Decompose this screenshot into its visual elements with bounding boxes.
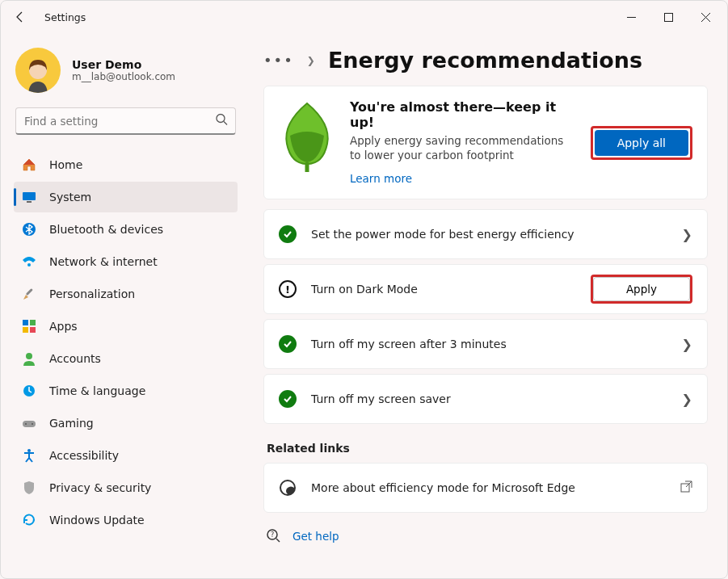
highlight-box: Apply all xyxy=(591,126,692,160)
svg-rect-11 xyxy=(30,327,36,333)
main-content: ••• ❯ Energy recommendations You're almo… xyxy=(247,33,727,578)
app-title: Settings xyxy=(44,11,86,23)
sidebar-item-label: Windows Update xyxy=(49,514,145,527)
svg-point-17 xyxy=(27,449,31,452)
svg-point-15 xyxy=(25,423,27,425)
close-button[interactable] xyxy=(687,4,724,30)
shield-icon xyxy=(22,480,36,495)
related-link-row[interactable]: More about efficiency mode for Microsoft… xyxy=(263,463,708,513)
leaf-icon xyxy=(279,99,335,172)
svg-point-2 xyxy=(217,115,225,123)
sidebar-item-label: Gaming xyxy=(49,417,94,430)
sidebar-item-personalization[interactable]: Personalization xyxy=(14,279,238,309)
breadcrumb-overflow-button[interactable]: ••• xyxy=(263,52,294,69)
sidebar-item-label: Bluetooth & devices xyxy=(49,223,163,236)
sidebar-item-privacy[interactable]: Privacy & security xyxy=(14,472,238,503)
recommendation-label: Turn off my screen after 3 minutes xyxy=(311,338,667,350)
recommendation-label: Set the power mode for best energy effic… xyxy=(311,228,667,241)
apps-icon xyxy=(22,319,36,334)
svg-point-6 xyxy=(27,263,31,266)
svg-rect-3 xyxy=(23,192,36,200)
profile[interactable]: User Demo m__lab@outlook.com xyxy=(15,48,236,93)
recommendation-row[interactable]: Turn off my screen saver ❯ xyxy=(263,374,708,424)
svg-rect-14 xyxy=(23,421,36,427)
check-icon xyxy=(279,335,297,353)
apply-all-button[interactable]: Apply all xyxy=(595,130,688,156)
svg-rect-7 xyxy=(26,288,33,296)
svg-rect-9 xyxy=(30,320,36,325)
svg-point-16 xyxy=(32,423,33,425)
paintbrush-icon xyxy=(22,287,36,301)
person-icon xyxy=(22,351,36,366)
alert-icon: ! xyxy=(279,280,297,298)
house-icon xyxy=(22,157,36,172)
svg-rect-4 xyxy=(27,201,32,203)
svg-text:?: ? xyxy=(271,531,274,539)
sidebar-item-accounts[interactable]: Accounts xyxy=(14,343,238,374)
sidebar-item-bluetooth[interactable]: Bluetooth & devices xyxy=(14,214,238,245)
update-icon xyxy=(22,513,36,527)
sidebar-item-accessibility[interactable]: Accessibility xyxy=(14,440,238,471)
recommendation-row[interactable]: Set the power mode for best energy effic… xyxy=(263,209,708,259)
minimize-button[interactable] xyxy=(612,4,650,30)
sidebar-item-label: Privacy & security xyxy=(49,481,151,494)
breadcrumb: ••• ❯ Energy recommendations xyxy=(263,48,708,73)
sidebar-item-apps[interactable]: Apps xyxy=(14,311,238,342)
get-help-row[interactable]: ? Get help xyxy=(267,529,708,543)
globe-clock-icon xyxy=(22,384,36,398)
check-icon xyxy=(279,225,297,243)
maximize-button[interactable] xyxy=(650,4,687,30)
chevron-right-icon: ❯ xyxy=(682,227,692,242)
svg-point-12 xyxy=(26,353,32,359)
titlebar: Settings xyxy=(1,1,727,33)
sidebar-item-label: Accessibility xyxy=(49,449,119,462)
hero-card: You're almost there—keep it up! Apply en… xyxy=(263,86,708,199)
sidebar-item-gaming[interactable]: Gaming xyxy=(14,408,238,438)
nav-list: Home System Bluetooth & devices Network … xyxy=(14,149,238,535)
get-help-link[interactable]: Get help xyxy=(292,530,339,543)
page-title: Energy recommendations xyxy=(328,48,642,73)
chevron-right-icon: ❯ xyxy=(682,392,692,407)
avatar xyxy=(15,48,61,93)
svg-rect-10 xyxy=(23,327,28,333)
recommendation-row[interactable]: ! Turn on Dark Mode Apply xyxy=(263,264,708,314)
sidebar-item-system[interactable]: System xyxy=(14,182,238,212)
wifi-icon xyxy=(22,254,36,269)
related-link-label: More about efficiency mode for Microsoft… xyxy=(311,481,666,494)
search-input[interactable] xyxy=(15,107,236,135)
user-email: m__lab@outlook.com xyxy=(72,71,175,82)
user-name: User Demo xyxy=(72,58,175,71)
sidebar-item-label: System xyxy=(49,191,91,203)
sidebar-item-network[interactable]: Network & internet xyxy=(14,246,238,277)
sidebar-item-label: Network & internet xyxy=(49,255,158,268)
highlight-box: Apply xyxy=(591,275,692,304)
external-link-icon[interactable] xyxy=(680,480,692,496)
chevron-right-icon: ❯ xyxy=(307,55,315,66)
accessibility-icon xyxy=(22,448,36,463)
monitor-icon xyxy=(22,190,36,204)
help-icon: ? xyxy=(267,529,281,543)
sidebar-item-label: Accounts xyxy=(49,352,101,365)
sidebar-item-label: Home xyxy=(49,158,82,171)
recommendation-label: Turn off my screen saver xyxy=(311,392,667,405)
sidebar-item-home[interactable]: Home xyxy=(14,149,238,180)
learn-more-link[interactable]: Learn more xyxy=(350,172,412,185)
sidebar-item-label: Apps xyxy=(49,320,78,333)
svg-rect-0 xyxy=(664,13,672,21)
sidebar-item-time[interactable]: Time & language xyxy=(14,376,238,406)
apply-button[interactable]: Apply xyxy=(593,277,690,301)
search-icon xyxy=(216,114,228,129)
back-button[interactable] xyxy=(11,7,30,27)
svg-rect-8 xyxy=(23,320,28,325)
edge-icon xyxy=(279,479,297,497)
sidebar-item-label: Time & language xyxy=(49,384,145,397)
hero-description: Apply energy saving recommendations to l… xyxy=(350,133,576,162)
bluetooth-icon xyxy=(22,222,36,237)
related-links-header: Related links xyxy=(267,442,708,455)
sidebar-item-update[interactable]: Windows Update xyxy=(14,505,238,535)
chevron-right-icon: ❯ xyxy=(682,337,692,352)
recommendation-label: Turn on Dark Mode xyxy=(311,283,576,296)
gamepad-icon xyxy=(22,416,36,430)
recommendation-row[interactable]: Turn off my screen after 3 minutes ❯ xyxy=(263,319,708,369)
sidebar-item-label: Personalization xyxy=(49,287,135,300)
